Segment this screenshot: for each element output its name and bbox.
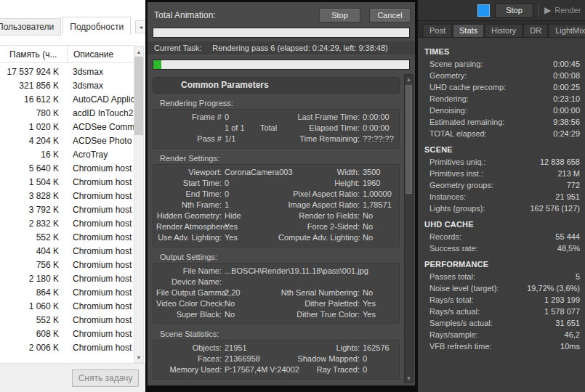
- stat-row: Success rate:48,5%: [424, 242, 580, 254]
- param-value: [225, 277, 395, 287]
- task-row[interactable]: 608 KChromium host e: [0, 327, 134, 340]
- task-row[interactable]: 1 020 KACDSee Commar: [0, 120, 134, 134]
- task-row[interactable]: 756 KChromium host e: [0, 258, 134, 271]
- param-row: End Time:0Pixel Aspect Ratio:1,00000: [156, 189, 395, 200]
- scrollbar-up-icon[interactable]: ▲: [137, 46, 142, 57]
- param-row: Frame #0Last Frame Time:0:00:00: [156, 112, 395, 123]
- param-label: Dither True Color:: [278, 309, 360, 320]
- current-task-row: Current Task:Rendering pass 6 (elapsed: …: [148, 41, 415, 54]
- param-value: No: [363, 211, 395, 221]
- section-title: Output Settings:: [160, 253, 400, 261]
- task-row[interactable]: 1 504 KChromium host e: [0, 175, 134, 189]
- stat-label: Rays/s actual:: [429, 306, 480, 317]
- stat-label: Samples/s actual:: [429, 317, 493, 329]
- stat-row: Instances:21 951: [424, 191, 580, 203]
- scrollbar-thumb[interactable]: [134, 57, 143, 135]
- stat-row: TOTAL elapsed:0:24:29: [424, 128, 580, 139]
- task-row[interactable]: 780 KacdID InTouch2: [0, 106, 134, 120]
- task-row[interactable]: 321 856 K3dsmax: [0, 78, 134, 92]
- param-label: Frame #: [156, 112, 222, 123]
- task-row[interactable]: 16 612 KAutoCAD Applica: [0, 92, 134, 106]
- task-row[interactable]: 3 792 KChromium host e: [0, 203, 134, 216]
- param-value: No: [363, 287, 395, 298]
- stat-value: 0:24:29: [553, 128, 580, 139]
- param-value: 21366958: [225, 354, 275, 364]
- task-memory: 756 K: [0, 260, 59, 270]
- task-memory: 2 006 K: [0, 343, 59, 353]
- stat-value: 21 951: [555, 191, 580, 203]
- task-row[interactable]: 552 KChromium host e: [0, 313, 134, 327]
- param-label: Hidden Geometry:: [156, 211, 222, 221]
- param-label: Image Aspect Ratio:: [278, 200, 360, 211]
- task-row[interactable]: 17 537 924 K3dsmax: [0, 65, 134, 78]
- stat-label: Estimated remaining:: [429, 116, 504, 128]
- param-value: No: [225, 309, 275, 320]
- dialog-scrollbar-thumb[interactable]: [406, 85, 412, 194]
- task-row[interactable]: 5 640 KChromium host e: [0, 161, 134, 175]
- dialog-top-row: Total Animation: Stop Cancel: [148, 2, 415, 23]
- param-row: Use Adv. Lighting:YesCompute Adv. Lighti…: [156, 232, 395, 243]
- stat-row: Noise level (target):19,72% (3,6%): [424, 282, 580, 294]
- task-row[interactable]: 404 KChromium host e: [0, 244, 134, 258]
- param-value: 1,00000: [363, 189, 395, 200]
- param-value: 1,78571: [363, 200, 395, 211]
- task-memory: 4 204 K: [0, 136, 59, 146]
- tab-scroll-left-icon[interactable]: ◄: [136, 21, 145, 33]
- cancel-button[interactable]: Cancel: [369, 8, 411, 23]
- tab-lightmix[interactable]: LightMix: [549, 24, 585, 37]
- column-header-memory[interactable]: Память (ч...: [0, 46, 68, 62]
- tab-users[interactable]: Пользователи: [0, 18, 61, 36]
- tab-history[interactable]: History: [485, 24, 523, 37]
- blue-swatch-icon[interactable]: [477, 4, 490, 17]
- end-task-button[interactable]: Снять задачу: [72, 369, 139, 387]
- task-row[interactable]: 2 180 KChromium host e: [0, 271, 134, 285]
- task-row[interactable]: 4 204 KACDSee Photo Stu: [0, 134, 134, 147]
- task-description: Chromium host e: [59, 274, 134, 284]
- stat-value: 10ms: [560, 340, 580, 352]
- param-value: CoronaCamera003: [225, 167, 275, 178]
- column-header-description[interactable]: Описание: [68, 46, 134, 62]
- stat-row: Rays/s actual:1 578 077: [424, 306, 580, 317]
- common-parameters-rollout[interactable]: Common Parameters: [153, 77, 400, 94]
- corona-stats: TIMESScene parsing:0:00:45Geometry:0:00:…: [418, 38, 585, 352]
- dialog-scrollbar-up-icon[interactable]: ▴: [407, 75, 411, 83]
- param-value: P:17567,4M V:24002: [225, 364, 275, 375]
- dialog-scrollbar-down-icon[interactable]: ▾: [407, 374, 411, 383]
- param-value: 162576: [363, 343, 395, 354]
- total-animation-progressbar: [153, 28, 410, 38]
- task-row[interactable]: 1 060 KChromium host e: [0, 299, 134, 313]
- task-list-scrollbar[interactable]: ▲ ▼: [134, 46, 144, 363]
- stat-value: 9:38:56: [553, 116, 580, 128]
- task-row[interactable]: 864 KChromium host e: [0, 285, 134, 299]
- task-row[interactable]: 3 828 KChromium host e: [0, 189, 134, 203]
- stat-value: 772: [567, 179, 580, 191]
- param-label: Force 2-Sided:: [278, 221, 360, 232]
- task-description: Chromium host e: [59, 246, 134, 256]
- tab-details[interactable]: Подробности: [62, 17, 131, 36]
- param-label: Ray Traced:: [278, 364, 360, 375]
- task-row[interactable]: 16 KAcroTray: [0, 147, 134, 161]
- task-description: Chromium host e: [59, 232, 134, 242]
- task-memory: 2 832 K: [0, 219, 59, 229]
- task-manager-panel: Пользователи Подробности ◄ ► Память (ч..…: [0, 0, 145, 392]
- param-label: Height:: [278, 178, 360, 189]
- tab-dr[interactable]: DR: [523, 24, 548, 37]
- task-row[interactable]: 2 832 KChromium host e: [0, 216, 134, 230]
- param-row: 1 of 1 TotalElapsed Time:0:00:00: [156, 123, 395, 134]
- corona-render-button[interactable]: ▶ Render: [544, 5, 585, 15]
- stat-row: Geometry groups:772: [424, 179, 580, 191]
- task-row[interactable]: 552 KChromium host e: [0, 230, 134, 244]
- corona-stop-button[interactable]: Stop: [495, 3, 533, 18]
- stat-label: Rendering:: [429, 93, 469, 105]
- stat-value: 19,72% (3,6%): [527, 282, 580, 294]
- scrollbar-down-icon[interactable]: ▼: [137, 352, 142, 362]
- task-row[interactable]: 2 006 KChromium host e: [0, 340, 134, 354]
- stat-label: Primitives uniq.:: [429, 156, 486, 168]
- corona-toolbar: Stop ▶ Render: [418, 0, 585, 21]
- tab-post[interactable]: Post: [423, 24, 452, 37]
- tab-stats[interactable]: Stats: [453, 24, 484, 37]
- task-memory: 17 537 924 K: [0, 67, 59, 77]
- param-value: 21951: [225, 343, 275, 354]
- dialog-scrollbar[interactable]: ▴ ▾: [404, 74, 413, 383]
- stop-button[interactable]: Stop: [319, 8, 360, 23]
